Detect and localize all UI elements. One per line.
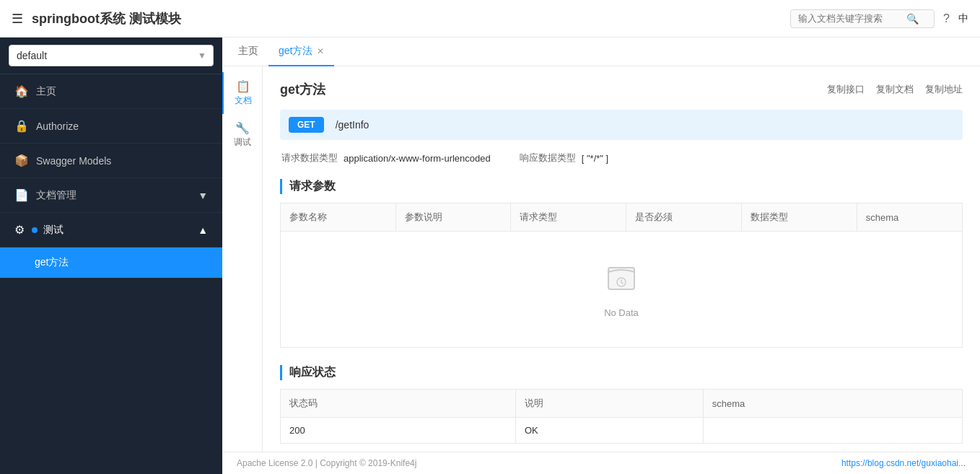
no-data-row: No Data [281,232,963,348]
response-table-head: 状态码 说明 schema [281,390,963,418]
search-input[interactable] [798,13,906,24]
method-badge: GET [289,117,324,133]
response-table: 状态码 说明 schema 200 OK [280,389,963,444]
params-table-head: 参数名称 参数说明 请求类型 是否必须 数据类型 schema [281,203,963,232]
response-type-label: 响应数据类型 [520,152,576,164]
menu-icon[interactable]: ☰ [12,11,23,27]
header-title: springboot系统 测试模块 [32,10,790,27]
request-type-label: 请求数据类型 [281,152,338,164]
status-ok: OK [515,418,703,444]
response-status-section: 响应状态 状态码 说明 schema 200 OK [280,365,963,444]
sidebar-group-test-header[interactable]: ⚙ 测试 ▲ [0,213,222,247]
no-data-text: No Data [604,307,639,318]
panel-btn-doc[interactable]: 📋 文档 [222,72,262,114]
panel-debug-label: 调试 [234,136,251,149]
tab-get-method-label: get方法 [279,45,312,58]
doc-title: get方法 [280,81,325,98]
tab-home[interactable]: 主页 [228,38,268,66]
response-section-title: 响应状态 [280,365,963,380]
content-area: 主页 get方法 ✕ 📋 文档 🔧 调试 [222,38,980,474]
sidebar-swagger-label: Swagger Models [36,155,111,167]
meta-row: 请求数据类型 application/x-www-form-urlencoded… [280,152,963,164]
footer: Apache License 2.0 | Copyright © 2019-Kn… [222,452,980,474]
api-select[interactable]: default [9,45,214,66]
params-table-body: No Data [281,232,963,348]
no-data-area: No Data [281,232,962,347]
copy-doc-btn[interactable]: 复制文档 [876,83,914,96]
copy-address-btn[interactable]: 复制地址 [925,83,963,96]
sidebar-item-authorize[interactable]: 🔒 Authorize [0,109,222,144]
status-code-200: 200 [281,418,516,444]
sidebar-home-label: 主页 [36,85,56,98]
lock-icon: 🔒 [14,119,29,133]
tab-home-label: 主页 [238,45,258,58]
col-param-name: 参数名称 [281,203,396,232]
response-type-value: [ "*/*" ] [582,153,608,164]
doc-actions: 复制接口 复制文档 复制地址 [827,83,963,96]
content-panels: 📋 文档 🔧 调试 get方法 复制接口 复制文档 复制地址 [222,66,980,452]
params-section-title: 请求参数 [280,179,963,194]
search-icon[interactable]: 🔍 [906,13,919,25]
col-schema: schema [857,203,962,232]
copy-interface-btn[interactable]: 复制接口 [827,83,865,96]
col-response-schema: schema [703,390,962,418]
tab-close-icon[interactable]: ✕ [317,46,324,56]
sidebar-select-wrap: default ▼ [0,38,222,74]
params-table-header-row: 参数名称 参数说明 请求类型 是否必须 数据类型 schema [281,203,963,232]
chevron-up-icon: ▲ [198,224,208,236]
sidebar-item-swagger-models[interactable]: 📦 Swagger Models [0,144,222,178]
method-path: /getInfo [336,119,369,131]
col-status-code: 状态码 [281,390,516,418]
sidebar-group-test: ⚙ 测试 ▲ get方法 [0,213,222,278]
debug-panel-icon: 🔧 [235,121,250,135]
doc-header: get方法 复制接口 复制文档 复制地址 [280,81,963,98]
tab-get-method[interactable]: get方法 ✕ [268,38,334,66]
left-panel-buttons: 📋 文档 🔧 调试 [222,66,263,452]
panel-doc-label: 文档 [235,95,252,107]
status-schema [703,418,962,444]
gear-icon: ⚙ [14,223,25,237]
doc-area: get方法 复制接口 复制文档 复制地址 GET /getInfo 请求数据类型 [263,66,980,452]
response-table-header-row: 状态码 说明 schema [281,390,963,418]
sidebar-authorize-label: Authorize [36,120,79,132]
doc-panel-icon: 📋 [236,79,250,93]
sidebar-group-test-left: ⚙ 测试 [14,223,64,237]
sidebar-doc-label: 文档管理 [36,189,76,202]
table-row: 200 OK [281,418,963,444]
panel-btn-debug[interactable]: 🔧 调试 [222,114,262,156]
home-icon: 🏠 [14,84,29,98]
footer-link[interactable]: https://blog.csdn.net/guxiaohai... [841,458,966,468]
col-request-type: 请求类型 [511,203,626,232]
test-dot [32,227,38,233]
help-icon[interactable]: ? [943,12,950,25]
request-type-value: application/x-www-form-urlencoded [344,153,491,164]
box-icon: 📦 [14,154,29,167]
sidebar-group-doc-manage: 📄 文档管理 ▼ [0,178,222,213]
response-table-body: 200 OK [281,418,963,444]
main-layout: default ▼ 🏠 主页 🔒 Authorize 📦 Swagger Mod… [0,38,980,474]
doc-icon: 📄 [14,188,29,202]
col-description: 说明 [515,390,703,418]
params-table: 参数名称 参数说明 请求类型 是否必须 数据类型 schema [280,203,963,348]
search-box[interactable]: 🔍 [790,9,935,28]
footer-license: Apache License 2.0 | Copyright © 2019-Kn… [237,458,416,468]
chevron-down-icon: ▼ [198,190,208,201]
method-row: GET /getInfo [280,110,963,140]
sidebar-get-method-label: get方法 [35,256,69,268]
sidebar: default ▼ 🏠 主页 🔒 Authorize 📦 Swagger Mod… [0,38,222,474]
sidebar-test-label: 测试 [43,224,64,237]
sidebar-group-doc-left: 📄 文档管理 [14,188,76,202]
col-required: 是否必须 [626,203,742,232]
lang-switch[interactable]: 中 [958,12,968,25]
sidebar-item-get-method[interactable]: get方法 [0,247,222,278]
request-params-section: 请求参数 参数名称 参数说明 请求类型 是否必须 数据类型 schema [280,179,963,348]
col-data-type: 数据类型 [741,203,857,232]
tabs-bar: 主页 get方法 ✕ [222,38,980,66]
header: ☰ springboot系统 测试模块 🔍 ? 中 [0,0,980,38]
request-type-item: 请求数据类型 application/x-www-form-urlencoded [281,152,491,164]
sidebar-item-home[interactable]: 🏠 主页 [0,74,222,109]
response-type-item: 响应数据类型 [ "*/*" ] [520,152,608,164]
col-param-desc: 参数说明 [395,203,511,232]
sidebar-group-doc-header[interactable]: 📄 文档管理 ▼ [0,178,222,213]
no-data-icon [604,260,639,302]
